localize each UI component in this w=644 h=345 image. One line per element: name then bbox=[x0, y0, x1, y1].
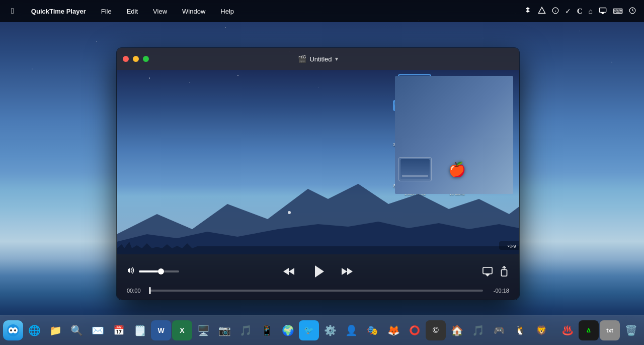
clipboard-icon[interactable]: C bbox=[577, 7, 583, 16]
svg-marker-0 bbox=[538, 7, 545, 13]
timeline-bar[interactable] bbox=[150, 290, 483, 292]
volume-section bbox=[127, 266, 179, 277]
dock-item-spotlight[interactable]: 🔍 bbox=[66, 320, 87, 340]
time-current: 00:00 bbox=[127, 288, 145, 294]
dock-item-lion[interactable]: 🦁 bbox=[531, 320, 551, 340]
playback-buttons bbox=[282, 261, 354, 282]
volume-slider[interactable] bbox=[139, 270, 179, 272]
dock-item-mail[interactable]: ✉️ bbox=[88, 320, 108, 340]
dock-item-game2[interactable]: 🎮 bbox=[489, 320, 509, 340]
fast-forward-button[interactable] bbox=[340, 264, 354, 279]
dock-item-game[interactable]: 🎭 bbox=[362, 320, 382, 340]
svg-marker-18 bbox=[347, 268, 353, 275]
svg-marker-16 bbox=[315, 265, 324, 278]
dock-item-steam[interactable]: ♨️ bbox=[557, 320, 578, 340]
svg-marker-17 bbox=[342, 268, 347, 275]
volume-icon[interactable] bbox=[127, 266, 136, 277]
menubar:  QuickTime Player File Edit View Window… bbox=[0, 0, 644, 22]
play-button[interactable] bbox=[308, 261, 328, 282]
cursor bbox=[288, 211, 291, 214]
dock-item-trash[interactable]: 🗑️ bbox=[621, 320, 641, 340]
dock-item-monitor[interactable]: 🖥️ bbox=[193, 320, 213, 340]
dock-item-itunes[interactable]: 🎵 bbox=[235, 320, 256, 340]
window-controls bbox=[123, 56, 149, 62]
title-dropdown-arrow[interactable]: ▾ bbox=[335, 55, 338, 62]
home-icon[interactable]: ⌂ bbox=[589, 7, 593, 15]
share-button[interactable] bbox=[499, 266, 509, 277]
maximize-button[interactable] bbox=[143, 56, 149, 62]
rewind-button[interactable] bbox=[282, 264, 296, 279]
airplay-button[interactable] bbox=[482, 266, 493, 277]
video-area: Recording-Window.jpg 1,600 × 450 bbox=[117, 70, 519, 300]
dock-item-twitter[interactable]: 🐦 bbox=[299, 320, 319, 340]
svg-point-26 bbox=[14, 329, 16, 331]
checkmark-icon[interactable]: ✓ bbox=[565, 7, 571, 15]
partial-icon: v.jpg bbox=[499, 241, 519, 250]
googledrive-icon[interactable] bbox=[538, 7, 546, 16]
menubar-left:  QuickTime Player File Edit View Window… bbox=[8, 6, 237, 17]
document-icon: 🎬 bbox=[298, 55, 306, 63]
dock-item-finder[interactable] bbox=[3, 320, 23, 340]
titlebar: 🎬 Untitled ▾ bbox=[117, 48, 519, 70]
timeline-thumb bbox=[149, 287, 151, 294]
dock-item-linux[interactable]: 🐧 bbox=[510, 320, 530, 340]
timeline-section: 00:00 -00:18 bbox=[117, 286, 519, 299]
minimize-button[interactable] bbox=[133, 56, 139, 62]
clock-icon[interactable] bbox=[629, 7, 636, 16]
dock-item-system[interactable]: ⚙️ bbox=[320, 320, 340, 340]
svg-point-25 bbox=[10, 329, 12, 331]
menu-help[interactable]: Help bbox=[217, 7, 237, 16]
desktop-icon-screenshot[interactable]: Screen Shot 2017-03-08 at 9.52.59 AM.jpg… bbox=[393, 116, 479, 155]
dock-item-photos[interactable]: 📷 bbox=[214, 320, 234, 340]
finder-icon bbox=[6, 323, 20, 337]
dock-item-safari[interactable]: 🌐 bbox=[24, 320, 44, 340]
dock-item-text[interactable]: txt bbox=[600, 320, 620, 340]
dock-item-calendar[interactable]: 📅 bbox=[109, 320, 129, 340]
apple-menu[interactable]:  bbox=[8, 6, 17, 17]
quicktime-window: 🎬 Untitled ▾ bbox=[117, 48, 519, 300]
dock-item-copyright[interactable]: © bbox=[426, 320, 446, 340]
dock: 🌐 📁 🔍 ✉️ 📅 🗒️ W X 🖥️ 📷 🎵 📱 🌍 🐦 ⚙️ 👤 🎭 🦊 … bbox=[0, 315, 644, 345]
dock-item-browser[interactable]: 🌍 bbox=[278, 320, 298, 340]
controls-main bbox=[117, 254, 519, 286]
info-icon[interactable] bbox=[552, 7, 559, 16]
dock-item-firefox[interactable]: 🦊 bbox=[383, 320, 404, 340]
menubar-right: ✓ C ⌂ ⌨ bbox=[524, 7, 636, 16]
dock-item-home2[interactable]: 🏠 bbox=[447, 320, 467, 340]
dock-item-ios-sim[interactable]: 📱 bbox=[257, 320, 277, 340]
window-title: Untitled bbox=[309, 55, 332, 63]
dock-item-finder2[interactable]: 📁 bbox=[45, 320, 65, 340]
dropbox-icon[interactable] bbox=[524, 7, 532, 16]
svg-marker-14 bbox=[283, 268, 289, 275]
volume-thumb bbox=[158, 268, 164, 274]
keyboard-icon[interactable]: ⌨ bbox=[613, 7, 623, 15]
svg-marker-13 bbox=[128, 268, 130, 273]
svg-rect-4 bbox=[599, 8, 606, 12]
menu-view[interactable]: View bbox=[150, 7, 170, 16]
dock-item-circle[interactable]: ⭕ bbox=[405, 320, 425, 340]
svg-marker-5 bbox=[601, 12, 605, 14]
dock-item-music2[interactable]: 🎵 bbox=[468, 320, 488, 340]
dock-item-word[interactable]: W bbox=[151, 320, 171, 340]
svg-marker-15 bbox=[289, 268, 294, 275]
dock-item-user[interactable]: 👤 bbox=[341, 320, 361, 340]
svg-rect-19 bbox=[483, 267, 492, 274]
svg-rect-21 bbox=[502, 269, 507, 276]
dock-item-notes[interactable]: 🗒️ bbox=[130, 320, 150, 340]
menu-app-name[interactable]: QuickTime Player bbox=[28, 7, 89, 16]
time-remaining: -00:18 bbox=[488, 288, 509, 294]
menu-window[interactable]: Window bbox=[179, 7, 208, 16]
dock-item-excel[interactable]: X bbox=[172, 320, 192, 340]
titlebar-center: 🎬 Untitled ▾ bbox=[298, 55, 338, 63]
menu-file[interactable]: File bbox=[98, 7, 115, 16]
dock-item-terminal[interactable]: Δ bbox=[579, 320, 599, 340]
airplay-menu-icon[interactable] bbox=[599, 7, 607, 16]
close-button[interactable] bbox=[123, 56, 129, 62]
menu-edit[interactable]: Edit bbox=[124, 7, 141, 16]
controls-bar: 00:00 -00:18 bbox=[117, 254, 519, 300]
desktop-icons-container: Recording-Window.jpg 1,600 × 450 bbox=[393, 74, 515, 196]
right-controls bbox=[482, 266, 509, 277]
svg-marker-20 bbox=[485, 274, 491, 277]
